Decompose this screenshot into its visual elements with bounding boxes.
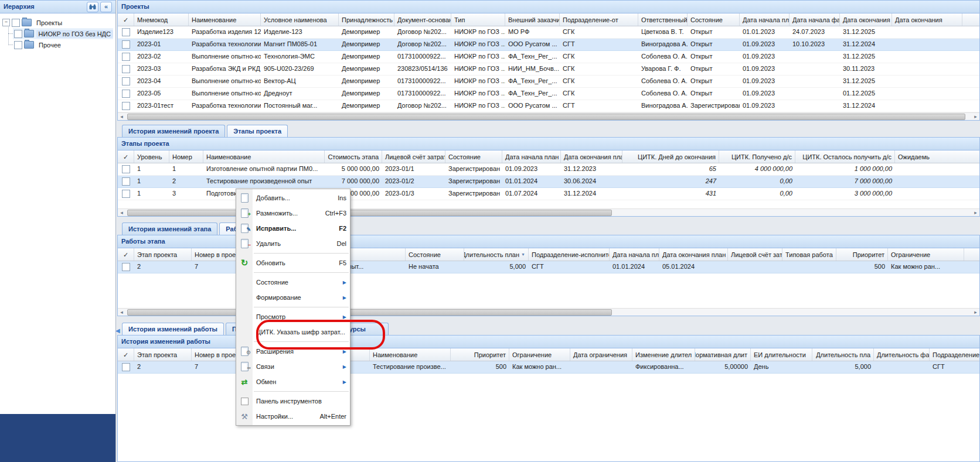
column-header[interactable]: Принадлежность: [339, 13, 394, 26]
column-header[interactable]: Дата начала план.: [740, 13, 790, 26]
context-menu-item[interactable]: Просмотр▶: [236, 309, 350, 324]
context-menu-item[interactable]: Обмен▶: [236, 374, 350, 389]
tree-node-prochee[interactable]: Прочее: [13, 39, 113, 50]
scroll-right-icon[interactable]: ▸: [972, 309, 979, 316]
collapse-panel-icon[interactable]: «: [100, 2, 112, 12]
context-menu-item[interactable]: +Размножить...Ctrl+F3: [236, 206, 350, 221]
column-header[interactable]: Дата начала план.: [610, 248, 659, 261]
row-checkbox[interactable]: [122, 263, 130, 271]
table-row[interactable]: 2023-05Выполнение опытно-конс...Дредноут…: [118, 88, 979, 100]
horizontal-scrollbar-thumb[interactable]: [127, 309, 612, 316]
context-menu-item[interactable]: Состояние▶: [236, 275, 350, 290]
row-checkbox[interactable]: [122, 40, 130, 49]
column-header[interactable]: ✓: [118, 348, 134, 361]
column-header[interactable]: Наименование: [370, 348, 451, 361]
column-header[interactable]: Дата окончания план: [659, 248, 728, 261]
table-row[interactable]: 12Тестирование произведенной опыт7 000 0…: [118, 176, 979, 188]
column-header[interactable]: ЦИТК. Получено д/с: [719, 150, 795, 163]
column-header[interactable]: Уровень: [134, 150, 169, 163]
column-header[interactable]: Нормативная длит: [695, 348, 751, 361]
column-header[interactable]: Приоритет: [836, 248, 888, 261]
row-checkbox[interactable]: [122, 77, 130, 85]
tree-node-projects[interactable]: − Проекты: [2, 17, 113, 28]
tab-2-active[interactable]: Этапы проекта: [227, 125, 288, 137]
column-header[interactable]: Стоимость этапа: [325, 150, 382, 163]
row-checkbox[interactable]: [122, 65, 130, 73]
scroll-right-icon[interactable]: ▸: [972, 113, 979, 120]
context-menu-item[interactable]: ✎Исправить...F2: [236, 221, 350, 236]
column-header[interactable]: Документ-основан: [394, 13, 451, 26]
column-header[interactable]: Условное наименова: [261, 13, 339, 26]
table-row[interactable]: 2023-02Выполнение опытно-конс...Технолог…: [118, 51, 979, 63]
tree-node-label[interactable]: Прочее: [36, 41, 63, 49]
context-menu-item[interactable]: Добавить...Ins: [236, 190, 350, 206]
context-menu-item[interactable]: –УдалитьDel: [236, 236, 350, 251]
table-row[interactable]: 2023-01Разработка технологии и...Магнит …: [118, 39, 979, 51]
table-row[interactable]: 2023-04Выполнение опытно-конс...Вектор-А…: [118, 76, 979, 88]
scroll-left-icon[interactable]: ◂: [118, 309, 125, 316]
column-header[interactable]: Ожидаемь: [895, 150, 979, 163]
tree-checkbox[interactable]: [14, 41, 22, 49]
tree-checkbox[interactable]: [14, 30, 22, 38]
row-checkbox[interactable]: [122, 363, 130, 371]
column-header[interactable]: Ограничение: [888, 248, 964, 261]
column-header[interactable]: Типовая работа: [782, 248, 836, 261]
scroll-left-icon[interactable]: ◂: [118, 113, 125, 120]
column-header[interactable]: Дата окончания: [892, 13, 962, 26]
context-menu-item[interactable]: ОбновитьF5: [236, 255, 350, 271]
tree-node-label[interactable]: Проекты: [34, 19, 64, 27]
collapse-expander-icon[interactable]: −: [2, 19, 10, 26]
column-header[interactable]: ✓: [118, 150, 134, 163]
horizontal-scrollbar-thumb[interactable]: [127, 210, 612, 216]
horizontal-scrollbar-thumb[interactable]: [127, 114, 965, 120]
table-row[interactable]: 11Изготовление опытной партии ПМ0...5 00…: [118, 163, 979, 176]
context-menu-item-citk-shifr[interactable]: ЦИТК. Указать шифр затрат...: [236, 324, 350, 340]
row-checkbox[interactable]: [122, 28, 130, 36]
context-menu-item[interactable]: ⚙Расширения▶: [236, 344, 350, 359]
row-checkbox[interactable]: [122, 190, 130, 198]
column-header[interactable]: Дата окончания п: [840, 13, 892, 26]
column-header[interactable]: Этап проекта: [134, 248, 192, 261]
column-header[interactable]: ЕИ длительности: [751, 348, 812, 361]
row-checkbox[interactable]: [122, 102, 130, 110]
column-header[interactable]: Тип: [451, 13, 505, 26]
column-header[interactable]: Дата ограничения: [570, 348, 632, 361]
tree-checkbox[interactable]: [12, 19, 20, 27]
column-header[interactable]: Этап проекта: [134, 348, 192, 361]
column-header[interactable]: Состояние: [688, 13, 740, 26]
column-header[interactable]: Ответственный: [638, 13, 688, 26]
tree-node-niokr[interactable]: НИОКР по ГОЗ без НДС: [13, 28, 113, 39]
row-checkbox[interactable]: [122, 90, 130, 98]
column-header[interactable]: ЦИТК. Осталось получить д/с: [795, 150, 895, 163]
column-header[interactable]: Лицевой счёт затр: [728, 248, 782, 261]
tab-1[interactable]: История изменений проекта: [122, 125, 225, 137]
column-header[interactable]: Дата начала факт.: [790, 13, 840, 26]
column-header[interactable]: Состояние: [445, 150, 502, 163]
row-checkbox[interactable]: [122, 177, 130, 186]
column-header[interactable]: Подразделение-от: [560, 13, 638, 26]
column-header[interactable]: Состояние: [406, 248, 464, 261]
column-header[interactable]: Длительность пла: [812, 348, 874, 361]
table-row[interactable]: 2023-01тестРазработка технологии и...Пос…: [118, 100, 979, 112]
column-header[interactable]: Изменение длител: [632, 348, 695, 361]
column-header[interactable]: Номер: [169, 150, 203, 163]
column-header[interactable]: ✓: [118, 248, 134, 261]
tab-1[interactable]: История изменений этапа: [122, 223, 217, 235]
column-header[interactable]: Наименование: [189, 13, 261, 26]
tab-scroll-left-icon[interactable]: ◀: [115, 326, 121, 336]
column-header[interactable]: Лицевой счёт затрат.: [382, 150, 445, 163]
column-header[interactable]: Длительность фак: [874, 348, 930, 361]
column-header[interactable]: Мнемокод: [134, 13, 189, 26]
column-header[interactable]: Дата начала план: [502, 150, 561, 163]
tree-node-label[interactable]: НИОКР по ГОЗ без НДС: [36, 30, 113, 38]
context-menu-item[interactable]: Настройки...Alt+Enter: [236, 409, 350, 424]
scroll-left-icon[interactable]: ◂: [118, 209, 125, 216]
context-menu-item[interactable]: ∞Связи▶: [236, 359, 350, 374]
column-header[interactable]: Длительность план▼: [464, 248, 529, 261]
row-checkbox[interactable]: [122, 165, 130, 173]
column-header[interactable]: Подразделение-и: [930, 348, 979, 361]
tab-1-active[interactable]: История изменений работы: [122, 323, 224, 335]
column-header[interactable]: ЦИТК. Дней до окончания: [622, 150, 719, 163]
column-header[interactable]: Приоритет: [451, 348, 509, 361]
column-header[interactable]: Ограничение: [509, 348, 570, 361]
